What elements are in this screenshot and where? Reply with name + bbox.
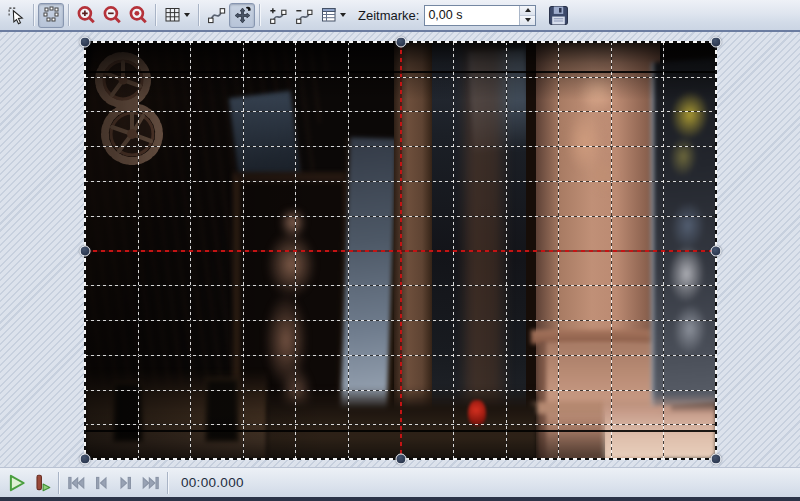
step-forward-icon <box>116 473 136 493</box>
skip-to-end-button[interactable] <box>138 471 163 495</box>
dropdown-caret-icon <box>340 13 346 17</box>
points-icon <box>42 6 60 24</box>
zoom-in-icon <box>76 5 96 25</box>
zoom-out-button[interactable] <box>99 3 125 28</box>
zeitmarke-field <box>424 5 536 26</box>
transport-separator <box>167 472 168 494</box>
zoom-original-button[interactable] <box>125 3 151 28</box>
resize-handle[interactable] <box>395 454 406 465</box>
zeitmarke-input[interactable] <box>425 6 519 25</box>
resize-handle[interactable] <box>80 454 91 465</box>
zoom-out-icon <box>102 5 122 25</box>
zoom-original-icon <box>128 5 148 25</box>
spinner-up-button[interactable] <box>520 6 535 16</box>
remove-point-icon <box>294 6 313 25</box>
down-arrow-icon <box>525 18 531 22</box>
play-icon <box>7 473 27 493</box>
skip-to-start-button[interactable] <box>63 471 88 495</box>
edit-path-button[interactable] <box>203 3 229 28</box>
step-forward-button[interactable] <box>113 471 138 495</box>
skip-start-icon <box>66 473 86 493</box>
remove-path-point-button[interactable] <box>290 3 316 28</box>
save-floppy-icon <box>548 5 569 26</box>
editor-canvas[interactable] <box>0 32 800 467</box>
play-from-marker-button[interactable] <box>29 471 54 495</box>
step-back-icon <box>91 473 111 493</box>
path-curve-icon <box>207 6 226 25</box>
zeitmarke-label: Zeitmarke: <box>358 8 419 23</box>
add-point-icon <box>268 6 287 25</box>
toolbar-separator <box>33 4 34 26</box>
transport-separator <box>58 472 59 494</box>
add-path-point-button[interactable] <box>264 3 290 28</box>
toolbar-separator <box>68 4 69 26</box>
resize-handle[interactable] <box>711 454 722 465</box>
toolbar-separator <box>155 4 156 26</box>
play-from-marker-icon <box>32 473 52 493</box>
dropdown-caret-icon <box>184 13 190 17</box>
select-tool-button[interactable] <box>3 3 29 28</box>
photo-object[interactable] <box>85 42 716 459</box>
toolbar-separator <box>259 4 260 26</box>
resize-handle[interactable] <box>80 37 91 48</box>
skip-end-icon <box>141 473 161 493</box>
keyframe-list-button[interactable] <box>316 3 350 28</box>
transport-bar: 00:00.000 <box>0 467 800 497</box>
time-display: 00:00.000 <box>181 475 244 490</box>
grid-options-button[interactable] <box>160 3 194 28</box>
show-path-points-button[interactable] <box>38 3 64 28</box>
resize-handle[interactable] <box>711 245 722 256</box>
toolbar-separator <box>198 4 199 26</box>
list-icon <box>320 6 338 24</box>
up-arrow-icon <box>525 8 531 12</box>
resize-handle[interactable] <box>711 37 722 48</box>
window-bottom-edge <box>0 497 800 501</box>
grid-icon <box>164 6 182 24</box>
save-button[interactable] <box>545 3 571 28</box>
toolbar: Zeitmarke: <box>0 0 800 32</box>
resize-handle[interactable] <box>80 245 91 256</box>
select-arrow-icon <box>7 6 26 25</box>
move-arrows-icon <box>233 6 252 25</box>
zoom-in-button[interactable] <box>73 3 99 28</box>
step-back-button[interactable] <box>88 471 113 495</box>
play-button[interactable] <box>4 471 29 495</box>
handles-layer <box>85 42 716 459</box>
spinner-down-button[interactable] <box>520 16 535 25</box>
zeitmarke-spinner <box>519 6 535 25</box>
move-path-button[interactable] <box>229 3 255 28</box>
resize-handle[interactable] <box>395 37 406 48</box>
